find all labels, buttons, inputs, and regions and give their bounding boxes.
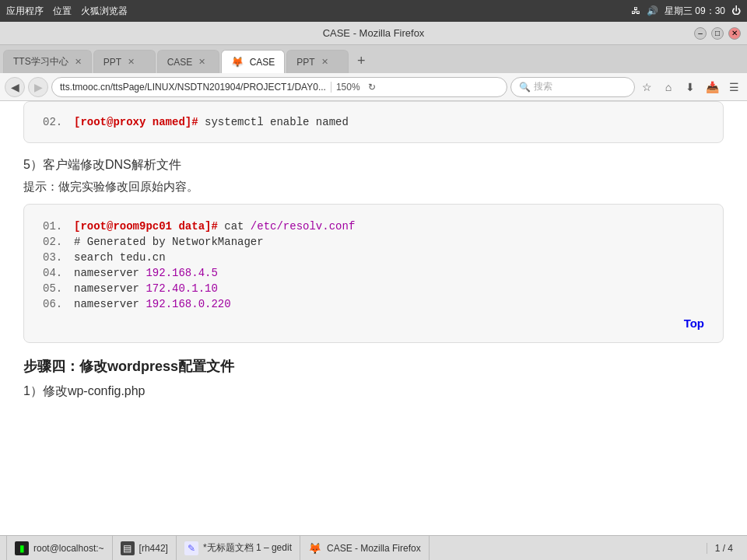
system-bar-left: 应用程序 位置 火狐浏览器 (6, 5, 128, 18)
bookmark-star-icon[interactable]: ☆ (638, 79, 655, 96)
search-icon: 🔍 (519, 82, 531, 93)
tab-case-1-label: CASE (167, 57, 193, 68)
status-rh442-label: [rh442] (139, 543, 168, 554)
status-firefox[interactable]: 🦊 CASE - Mozilla Firefox (300, 536, 430, 560)
tab-tts-label: TTS学习中心 (13, 55, 68, 68)
ip-04: 192.168.4.5 (146, 267, 217, 279)
top-link[interactable]: Top (43, 317, 704, 330)
line-num-06: 06. (43, 298, 74, 310)
code-text-03: search tedu.cn (74, 251, 166, 264)
tab-tts-close[interactable]: ✕ (75, 57, 82, 67)
reload-icon[interactable]: ↻ (368, 82, 376, 93)
code-text-01: [root@room9pc01 data]# cat /etc/resolv.c… (74, 220, 355, 233)
places-menu[interactable]: 位置 (53, 5, 72, 18)
code-line-top-1: 02. [root@proxy named]# systemctl enable… (43, 116, 704, 128)
tab-case-2[interactable]: 🦊 CASE (221, 50, 286, 73)
browser-title: CASE - Mozilla Firefox (53, 27, 694, 39)
datetime-display: 星期三 09：30 (665, 5, 725, 18)
hint-text: 提示：做完实验修改回原始内容。 (23, 180, 724, 194)
tab-ppt-1[interactable]: PPT ✕ (93, 50, 156, 73)
ip-05: 172.40.1.10 (146, 282, 217, 295)
code-line-02: 02. # Generated by NetworkManager (43, 236, 704, 248)
line-num-02: 02. (43, 236, 74, 248)
code-line-03: 03. search tedu.cn (43, 251, 704, 264)
tab-ppt-2-close[interactable]: ✕ (321, 57, 328, 67)
tab-tts[interactable]: TTS学习中心 ✕ (3, 50, 92, 73)
code-text-06: nameserver 192.168.0.220 (74, 298, 231, 310)
cmd-top-1: systemctl enable named (205, 116, 349, 128)
search-bar[interactable]: 🔍 搜索 (510, 77, 635, 97)
tab-case-2-label: CASE (250, 57, 275, 68)
prompt-01: [root@room9pc01 data]# (74, 220, 218, 233)
code-text-02: # Generated by NetworkManager (74, 236, 264, 248)
volume-icon: 🔊 (647, 5, 658, 16)
home-icon[interactable]: ⌂ (660, 79, 677, 96)
section5-title: 5）客户端修改DNS解析文件 (23, 157, 724, 173)
status-gedit-label: *无标题文档 1 – gedit (203, 541, 292, 555)
terminal-icon: ▮ (15, 541, 29, 555)
status-right: 1 / 4 (707, 543, 741, 554)
download-icon[interactable]: ⬇ (682, 79, 699, 96)
status-rh442[interactable]: ▤ [rh442] (113, 536, 177, 560)
code-line-01: 01. [root@room9pc01 data]# cat /etc/reso… (43, 220, 704, 233)
toolbar-icons: ☆ ⌂ ⬇ 📥 ☰ (638, 79, 742, 96)
pocket-icon[interactable]: 📥 (703, 79, 721, 96)
browser-title-bar: CASE - Mozilla Firefox – □ ✕ (0, 22, 747, 45)
code-text-04: nameserver 192.168.4.5 (74, 267, 218, 279)
line-num-01: 01. (43, 220, 74, 233)
tab-case-1-close[interactable]: ✕ (198, 57, 205, 67)
system-bar: 应用程序 位置 火狐浏览器 🖧 🔊 星期三 09：30 ⏻ (0, 0, 747, 22)
close-button[interactable]: ✕ (728, 27, 741, 40)
path-resolv: /etc/resolv.conf (251, 220, 355, 233)
cmd-cat: cat (224, 220, 251, 233)
forward-button[interactable]: ▶ (28, 77, 48, 97)
code-text-top-1: [root@proxy named]# systemctl enable nam… (74, 116, 349, 128)
line-num-04: 04. (43, 267, 74, 279)
tab-case-1[interactable]: CASE ✕ (157, 50, 219, 73)
power-icon[interactable]: ⏻ (731, 5, 741, 16)
menu-icon[interactable]: ☰ (725, 79, 742, 96)
code-text-05: nameserver 172.40.1.10 (74, 282, 218, 295)
search-placeholder: 搜索 (534, 80, 552, 93)
minimize-button[interactable]: – (694, 27, 707, 40)
address-url: tts.tmooc.cn/ttsPage/LINUX/NSDTN201904/P… (60, 82, 326, 93)
status-terminal-label: root@localhost:~ (33, 543, 104, 554)
sub1-title: 1）修改wp-config.php (23, 383, 724, 400)
top-code-block: 02. [root@proxy named]# systemctl enable… (23, 101, 724, 143)
tab-ppt-2[interactable]: PPT ✕ (286, 50, 349, 73)
step4-title: 步骤四：修改wordpress配置文件 (23, 357, 724, 376)
system-bar-right: 🖧 🔊 星期三 09：30 ⏻ (631, 5, 741, 18)
tab-bar: TTS学习中心 ✕ PPT ✕ CASE ✕ 🦊 CASE PPT ✕ + (0, 45, 747, 73)
toolbar: ◀ ▶ tts.tmooc.cn/ttsPage/LINUX/NSDTN2019… (0, 73, 747, 101)
status-firefox-label: CASE - Mozilla Firefox (327, 543, 421, 554)
page-content: 02. [root@proxy named]# systemctl enable… (0, 101, 747, 535)
tab-ppt-1-label: PPT (103, 57, 121, 68)
line-num-05: 05. (43, 282, 74, 295)
code-line-05: 05. nameserver 172.40.1.10 (43, 282, 704, 295)
status-gedit[interactable]: ✎ *无标题文档 1 – gedit (177, 536, 300, 560)
new-tab-button[interactable]: + (350, 50, 372, 72)
rh442-icon: ▤ (121, 541, 135, 555)
apps-menu[interactable]: 应用程序 (6, 5, 44, 18)
window-controls: – □ ✕ (694, 27, 741, 40)
line-num-top-1: 02. (43, 116, 74, 128)
main-code-block: 01. [root@room9pc01 data]# cat /etc/reso… (23, 204, 724, 343)
firefox-icon: 🦊 (308, 541, 322, 555)
line-num-03: 03. (43, 251, 74, 264)
code-line-06: 06. nameserver 192.168.0.220 (43, 298, 704, 310)
network-icon: 🖧 (631, 5, 640, 16)
prompt-top-1: [root@proxy named]# (74, 116, 198, 128)
maximize-button[interactable]: □ (711, 27, 724, 40)
ip-06: 192.168.0.220 (146, 298, 230, 310)
page-indicator: 1 / 4 (707, 543, 741, 554)
zoom-indicator: 150% (331, 82, 360, 93)
tab-case-2-icon: 🦊 (231, 56, 244, 68)
address-bar[interactable]: tts.tmooc.cn/ttsPage/LINUX/NSDTN201904/P… (51, 77, 507, 97)
status-terminal[interactable]: ▮ root@localhost:~ (6, 536, 113, 560)
tab-ppt-2-label: PPT (296, 57, 314, 68)
back-button[interactable]: ◀ (5, 77, 25, 97)
code-line-04: 04. nameserver 192.168.4.5 (43, 267, 704, 279)
tab-ppt-1-close[interactable]: ✕ (128, 57, 135, 67)
browser-menu[interactable]: 火狐浏览器 (81, 5, 128, 18)
status-bar: ▮ root@localhost:~ ▤ [rh442] ✎ *无标题文档 1 … (0, 535, 747, 560)
